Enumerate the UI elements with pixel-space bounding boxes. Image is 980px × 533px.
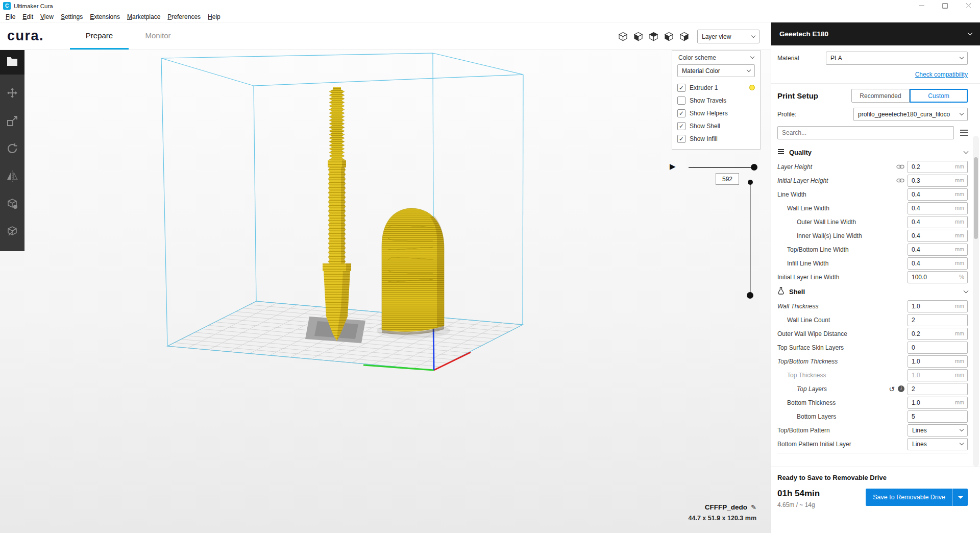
setting-row-top-surface-skin-layers: Top Surface Skin Layers: [777, 341, 968, 354]
layerview-option-show-helpers[interactable]: ✓Show Helpers: [677, 107, 755, 119]
viewport-3d[interactable]: Color scheme Material Color ✓Extruder 1S…: [0, 50, 771, 533]
checkbox[interactable]: ✓: [677, 109, 685, 117]
color-scheme-label: Color scheme: [678, 54, 716, 61]
layer-slider-bottom-handle[interactable]: [747, 292, 753, 299]
app-header: cura. Prepare Monitor Layer view: [0, 22, 771, 50]
category-shell[interactable]: Shell: [777, 284, 968, 299]
setting-row-layer-height: Layer Heightmm: [777, 160, 968, 174]
view-preset-top-icon[interactable]: [649, 32, 658, 41]
settings-scrollbar[interactable]: [973, 136, 979, 467]
menu-help[interactable]: Help: [204, 12, 224, 22]
menu-file[interactable]: File: [2, 12, 19, 22]
setting-input-box: [908, 314, 968, 326]
menu-settings[interactable]: Settings: [57, 12, 86, 22]
setting-input-box: mm: [908, 230, 968, 242]
custom-mode-button[interactable]: Custom: [910, 89, 968, 103]
print-setup-header: Print Setup Recommended Custom: [771, 83, 980, 108]
simulation-slider-track[interactable]: [689, 167, 755, 168]
model-finger[interactable]: [382, 208, 444, 335]
setting-value-input[interactable]: [908, 342, 968, 354]
setting-value-input[interactable]: [908, 410, 968, 423]
view-preset-front-icon[interactable]: [633, 32, 643, 41]
color-scheme-select[interactable]: Material Color: [677, 64, 755, 77]
tab-prepare[interactable]: Prepare: [70, 22, 129, 50]
material-dropdown[interactable]: PLA: [826, 52, 968, 65]
layerview-option-extruder-1[interactable]: ✓Extruder 1: [677, 81, 755, 94]
view-mode-dropdown[interactable]: Layer view: [697, 30, 760, 43]
move-button[interactable]: [0, 82, 24, 106]
printer-name: Geeetech E180: [779, 30, 828, 38]
maximize-button[interactable]: [933, 0, 957, 12]
setting-input-box: mm: [908, 397, 968, 409]
setting-row-outer-wall-wipe-distance: Outer Wall Wipe Distancemm: [777, 327, 968, 341]
menu-edit[interactable]: Edit: [19, 12, 37, 22]
setting-input-box: mm: [908, 244, 968, 256]
move-icon: [6, 87, 18, 101]
setting-row-wall-line-count: Wall Line Count: [777, 313, 968, 327]
search-input[interactable]: [777, 126, 954, 139]
view-preset-3d-icon[interactable]: [618, 32, 628, 41]
layerview-option-show-infill[interactable]: ✓Show Infill: [677, 132, 755, 145]
check-compatibility-link[interactable]: Check compatibility: [777, 71, 968, 78]
checkbox[interactable]: ✓: [677, 135, 685, 143]
setting-input-box: mm: [908, 202, 968, 214]
layer-slider-track[interactable]: [750, 182, 751, 298]
setting-select[interactable]: Lines: [908, 424, 968, 437]
checkbox[interactable]: ✓: [677, 84, 685, 92]
filter-menu-icon[interactable]: [960, 128, 968, 137]
search-row: [771, 125, 980, 143]
minimize-button[interactable]: [910, 0, 933, 12]
model-screw[interactable]: [323, 87, 351, 341]
setting-value-input[interactable]: [908, 383, 968, 395]
close-button[interactable]: [957, 0, 980, 12]
per-model-settings-button[interactable]: [0, 192, 24, 216]
printer-selector[interactable]: Geeetech E180: [771, 22, 980, 45]
open-file-button[interactable]: [0, 50, 24, 75]
setting-input-box: mm: [908, 161, 968, 173]
save-to-removable-button[interactable]: Save to Removable Drive: [866, 489, 952, 506]
category-quality[interactable]: Quality: [777, 144, 968, 160]
rotate-button[interactable]: [0, 137, 24, 161]
revert-icon[interactable]: ↺: [889, 385, 895, 393]
setting-input-box: [908, 383, 968, 395]
recommended-mode-button[interactable]: Recommended: [851, 89, 910, 103]
setting-label: Wall Line Count: [787, 317, 830, 324]
menu-extensions[interactable]: Extensions: [86, 12, 124, 22]
info-icon[interactable]: i: [898, 385, 904, 392]
view-preset-left-icon[interactable]: [664, 32, 674, 41]
scrollbar-thumb[interactable]: [974, 157, 978, 239]
simulation-slider-handle[interactable]: [751, 164, 757, 171]
support-blocker-button[interactable]: [0, 220, 24, 244]
setting-label: Bottom Thickness: [787, 399, 836, 406]
chevron-down-icon: [747, 67, 751, 71]
menu-preferences[interactable]: Preferences: [164, 12, 204, 22]
layerview-option-show-travels[interactable]: Show Travels: [677, 94, 755, 107]
chevron-down-icon: [960, 427, 964, 431]
setting-label: Bottom Pattern Initial Layer: [777, 441, 851, 448]
color-scheme-header[interactable]: Color scheme: [677, 54, 755, 61]
setting-select[interactable]: Lines: [908, 438, 968, 450]
checkbox[interactable]: [677, 96, 685, 105]
current-layer-value: 592: [722, 176, 732, 183]
setting-label: Layer Height: [777, 163, 812, 171]
menu-marketplace[interactable]: Marketplace: [124, 12, 164, 22]
setting-value-input[interactable]: [908, 314, 968, 326]
menu-view[interactable]: View: [37, 12, 57, 22]
title-bar: C Ultimaker Cura: [0, 0, 980, 12]
layerview-option-show-shell[interactable]: ✓Show Shell: [677, 119, 755, 132]
setting-row-initial-layer-line-width: Initial Layer Line Width%: [777, 270, 968, 284]
layer-slider-top-handle[interactable]: [748, 180, 753, 185]
tab-monitor[interactable]: Monitor: [129, 22, 187, 50]
view-preset-right-icon[interactable]: [679, 32, 689, 41]
viewport-canvas[interactable]: [0, 50, 771, 533]
setting-input-box: mm: [908, 188, 968, 201]
profile-dropdown[interactable]: profilo_geeeteche180_cura_filoco: [853, 108, 968, 121]
setting-row-top-layers: Top Layers↺i: [777, 382, 968, 396]
scale-button[interactable]: [0, 109, 24, 134]
mirror-button[interactable]: [0, 164, 24, 189]
checkbox[interactable]: ✓: [677, 122, 685, 130]
material-value: PLA: [830, 55, 842, 62]
edit-model-name-icon[interactable]: ✎: [751, 503, 756, 511]
play-button[interactable]: ▶: [670, 162, 676, 171]
save-options-dropdown[interactable]: [952, 489, 968, 506]
